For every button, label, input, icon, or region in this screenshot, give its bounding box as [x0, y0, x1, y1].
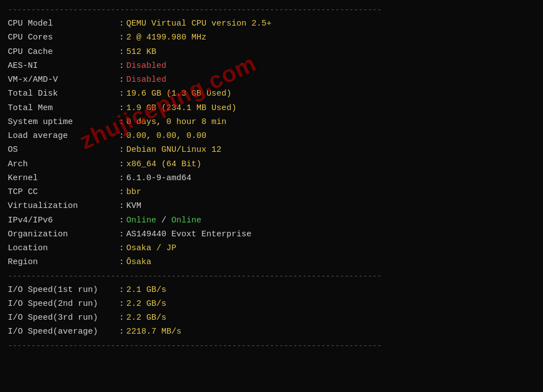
value-aes-ni: Disabled [126, 59, 166, 72]
row-io-3rd: I/O Speed(3rd run) : 2.2 GB/s [8, 311, 535, 325]
colon-virtualization: : [119, 200, 124, 212]
label-io-avg: I/O Speed(average) [8, 325, 119, 338]
value-cpu-cache: 512 KB [126, 46, 156, 58]
label-aes-ni: AES-NI [8, 59, 119, 72]
value-region: Ōsaka [126, 256, 151, 269]
colon-load-average: : [119, 130, 124, 142]
bottom-divider: ----------------------------------------… [8, 341, 535, 350]
colon-uptime: : [119, 116, 124, 128]
value-vmx: Disabled [126, 73, 166, 86]
row-os: OS : Debian GNU/Linux 12 [8, 143, 535, 157]
value-tcp-cc: bbr [126, 186, 141, 199]
colon-os: : [119, 143, 124, 156]
row-tcp-cc: TCP CC : bbr [8, 185, 535, 199]
colon-tcp-cc: : [119, 186, 124, 199]
label-load-average: Load average [8, 130, 119, 142]
row-aes-ni: AES-NI : Disabled [8, 59, 535, 73]
row-location: Location : Osaka / JP [8, 241, 535, 255]
label-os: OS [8, 143, 119, 156]
label-io-2nd: I/O Speed(2nd run) [8, 297, 119, 310]
label-io-1st: I/O Speed(1st run) [8, 284, 119, 296]
colon-arch: : [119, 158, 124, 171]
ipv6-separator: / [156, 214, 171, 227]
label-arch: Arch [8, 158, 119, 171]
value-cpu-model: QEMU Virtual CPU version 2.5+ [126, 17, 272, 30]
colon-io-avg: : [119, 325, 124, 338]
row-cpu-model: CPU Model : QEMU Virtual CPU version 2.5… [8, 17, 535, 31]
label-total-mem: Total Mem [8, 102, 119, 115]
row-kernel: Kernel : 6.1.0-9-amd64 [8, 171, 535, 185]
colon-total-disk: : [119, 87, 124, 100]
main-container: ----------------------------------------… [0, 0, 543, 356]
row-total-disk: Total Disk : 19.6 GB (1.3 GB Used) [8, 87, 535, 101]
colon-cpu-cache: : [119, 46, 124, 58]
label-cpu-cache: CPU Cache [8, 46, 119, 58]
label-cpu-model: CPU Model [8, 17, 119, 30]
colon-cpu-cores: : [119, 31, 124, 44]
value-os: Debian GNU/Linux 12 [126, 143, 221, 156]
label-region: Region [8, 256, 119, 269]
value-uptime: 0 days, 0 hour 8 min [126, 116, 226, 128]
label-virtualization: Virtualization [8, 200, 119, 212]
top-divider: ----------------------------------------… [8, 6, 535, 14]
label-uptime: System uptime [8, 116, 119, 128]
colon-total-mem: : [119, 102, 124, 115]
colon-io-3rd: : [119, 311, 124, 324]
row-io-avg: I/O Speed(average) : 2218.7 MB/s [8, 325, 535, 339]
label-total-disk: Total Disk [8, 87, 119, 100]
colon-cpu-model: : [119, 17, 124, 30]
label-vmx: VM-x/AMD-V [8, 73, 119, 86]
value-location: Osaka / JP [126, 242, 176, 255]
value-arch: x86_64 (64 Bit) [126, 158, 201, 171]
label-io-3rd: I/O Speed(3rd run) [8, 311, 119, 324]
row-virtualization: Virtualization : KVM [8, 199, 535, 213]
value-virtualization: KVM [126, 200, 141, 212]
label-tcp-cc: TCP CC [8, 186, 119, 199]
colon-io-1st: : [119, 284, 124, 296]
value-load-average: 0.00, 0.00, 0.00 [126, 130, 206, 142]
label-ipv4-ipv6: IPv4/IPv6 [8, 214, 119, 227]
value-ipv4: Online [126, 214, 156, 227]
row-uptime: System uptime : 0 days, 0 hour 8 min [8, 115, 535, 129]
colon-io-2nd: : [119, 297, 124, 310]
label-kernel: Kernel [8, 172, 119, 185]
row-vmx: VM-x/AMD-V : Disabled [8, 73, 535, 87]
label-cpu-cores: CPU Cores [8, 31, 119, 44]
system-info-section: CPU Model : QEMU Virtual CPU version 2.5… [8, 17, 535, 270]
value-total-mem: 1.9 GB (234.1 MB Used) [126, 102, 236, 115]
value-io-2nd: 2.2 GB/s [126, 297, 166, 310]
io-speed-section: I/O Speed(1st run) : 2.1 GB/s I/O Speed(… [8, 283, 535, 339]
value-cpu-cores: 2 @ 4199.980 MHz [126, 31, 206, 44]
colon-region: : [119, 256, 124, 269]
value-total-disk: 19.6 GB (1.3 GB Used) [126, 87, 231, 100]
value-io-3rd: 2.2 GB/s [126, 311, 166, 324]
colon-vmx: : [119, 73, 124, 86]
colon-ipv4-ipv6: : [119, 214, 124, 227]
value-kernel: 6.1.0-9-amd64 [126, 172, 191, 185]
colon-location: : [119, 242, 124, 255]
row-load-average: Load average : 0.00, 0.00, 0.00 [8, 129, 535, 143]
value-io-1st: 2.1 GB/s [126, 284, 166, 296]
row-organization: Organization : AS149440 Evoxt Enterprise [8, 227, 535, 241]
label-organization: Organization [8, 228, 119, 241]
value-organization: AS149440 Evoxt Enterprise [126, 228, 251, 241]
colon-aes-ni: : [119, 59, 124, 72]
colon-organization: : [119, 228, 124, 241]
label-location: Location [8, 242, 119, 255]
row-arch: Arch : x86_64 (64 Bit) [8, 157, 535, 171]
row-total-mem: Total Mem : 1.9 GB (234.1 MB Used) [8, 101, 535, 115]
value-io-avg: 2218.7 MB/s [126, 325, 181, 338]
row-io-2nd: I/O Speed(2nd run) : 2.2 GB/s [8, 297, 535, 311]
row-io-1st: I/O Speed(1st run) : 2.1 GB/s [8, 283, 535, 297]
colon-kernel: : [119, 172, 124, 185]
row-cpu-cache: CPU Cache : 512 KB [8, 45, 535, 59]
row-region: Region : Ōsaka [8, 255, 535, 269]
value-ipv6: Online [171, 214, 201, 227]
row-cpu-cores: CPU Cores : 2 @ 4199.980 MHz [8, 31, 535, 44]
middle-divider: ----------------------------------------… [8, 272, 535, 281]
row-ipv4-ipv6: IPv4/IPv6 : Online / Online [8, 214, 535, 227]
